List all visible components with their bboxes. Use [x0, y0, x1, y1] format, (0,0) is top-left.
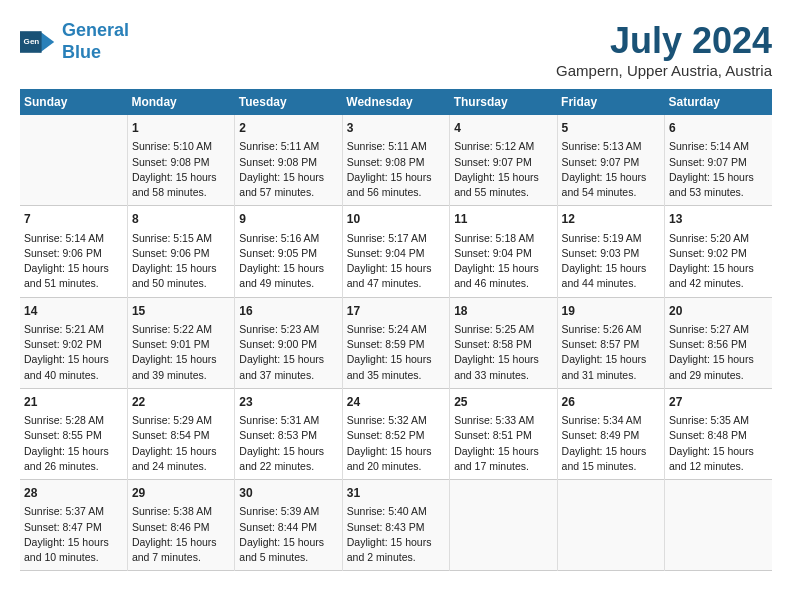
header-cell-tuesday: Tuesday	[235, 89, 342, 115]
day-info: Sunrise: 5:11 AM Sunset: 9:08 PM Dayligh…	[347, 139, 445, 200]
day-number: 14	[24, 303, 123, 320]
month-title: July 2024	[556, 20, 772, 62]
day-number: 5	[562, 120, 660, 137]
page-header: Gen General Blue July 2024 Gampern, Uppe…	[20, 20, 772, 79]
header-cell-friday: Friday	[557, 89, 664, 115]
day-info: Sunrise: 5:38 AM Sunset: 8:46 PM Dayligh…	[132, 504, 230, 565]
calendar-cell: 31Sunrise: 5:40 AM Sunset: 8:43 PM Dayli…	[342, 480, 449, 571]
day-info: Sunrise: 5:10 AM Sunset: 9:08 PM Dayligh…	[132, 139, 230, 200]
day-info: Sunrise: 5:26 AM Sunset: 8:57 PM Dayligh…	[562, 322, 660, 383]
day-info: Sunrise: 5:31 AM Sunset: 8:53 PM Dayligh…	[239, 413, 337, 474]
calendar-cell: 9Sunrise: 5:16 AM Sunset: 9:05 PM Daylig…	[235, 206, 342, 297]
calendar-cell: 7Sunrise: 5:14 AM Sunset: 9:06 PM Daylig…	[20, 206, 127, 297]
day-number: 11	[454, 211, 552, 228]
header-cell-wednesday: Wednesday	[342, 89, 449, 115]
day-info: Sunrise: 5:11 AM Sunset: 9:08 PM Dayligh…	[239, 139, 337, 200]
logo-name-bottom: Blue	[62, 42, 129, 64]
calendar-cell: 25Sunrise: 5:33 AM Sunset: 8:51 PM Dayli…	[450, 388, 557, 479]
day-info: Sunrise: 5:14 AM Sunset: 9:07 PM Dayligh…	[669, 139, 768, 200]
calendar-cell: 4Sunrise: 5:12 AM Sunset: 9:07 PM Daylig…	[450, 115, 557, 206]
day-number: 12	[562, 211, 660, 228]
logo-name-top: General	[62, 20, 129, 42]
header-cell-saturday: Saturday	[665, 89, 772, 115]
day-number: 6	[669, 120, 768, 137]
calendar-cell: 12Sunrise: 5:19 AM Sunset: 9:03 PM Dayli…	[557, 206, 664, 297]
logo-icon: Gen	[20, 24, 56, 60]
day-number: 13	[669, 211, 768, 228]
calendar-cell: 3Sunrise: 5:11 AM Sunset: 9:08 PM Daylig…	[342, 115, 449, 206]
day-number: 24	[347, 394, 445, 411]
day-number: 1	[132, 120, 230, 137]
day-number: 4	[454, 120, 552, 137]
header-cell-monday: Monday	[127, 89, 234, 115]
day-info: Sunrise: 5:13 AM Sunset: 9:07 PM Dayligh…	[562, 139, 660, 200]
day-number: 26	[562, 394, 660, 411]
calendar-cell: 1Sunrise: 5:10 AM Sunset: 9:08 PM Daylig…	[127, 115, 234, 206]
calendar-table: SundayMondayTuesdayWednesdayThursdayFrid…	[20, 89, 772, 571]
day-info: Sunrise: 5:34 AM Sunset: 8:49 PM Dayligh…	[562, 413, 660, 474]
calendar-cell: 27Sunrise: 5:35 AM Sunset: 8:48 PM Dayli…	[665, 388, 772, 479]
day-number: 29	[132, 485, 230, 502]
day-number: 2	[239, 120, 337, 137]
day-info: Sunrise: 5:18 AM Sunset: 9:04 PM Dayligh…	[454, 231, 552, 292]
day-info: Sunrise: 5:19 AM Sunset: 9:03 PM Dayligh…	[562, 231, 660, 292]
calendar-cell: 20Sunrise: 5:27 AM Sunset: 8:56 PM Dayli…	[665, 297, 772, 388]
calendar-cell: 8Sunrise: 5:15 AM Sunset: 9:06 PM Daylig…	[127, 206, 234, 297]
calendar-cell: 28Sunrise: 5:37 AM Sunset: 8:47 PM Dayli…	[20, 480, 127, 571]
calendar-cell: 14Sunrise: 5:21 AM Sunset: 9:02 PM Dayli…	[20, 297, 127, 388]
day-info: Sunrise: 5:28 AM Sunset: 8:55 PM Dayligh…	[24, 413, 123, 474]
day-info: Sunrise: 5:35 AM Sunset: 8:48 PM Dayligh…	[669, 413, 768, 474]
calendar-cell	[20, 115, 127, 206]
day-info: Sunrise: 5:33 AM Sunset: 8:51 PM Dayligh…	[454, 413, 552, 474]
day-number: 19	[562, 303, 660, 320]
day-info: Sunrise: 5:40 AM Sunset: 8:43 PM Dayligh…	[347, 504, 445, 565]
day-number: 16	[239, 303, 337, 320]
day-info: Sunrise: 5:21 AM Sunset: 9:02 PM Dayligh…	[24, 322, 123, 383]
calendar-cell: 22Sunrise: 5:29 AM Sunset: 8:54 PM Dayli…	[127, 388, 234, 479]
calendar-cell: 19Sunrise: 5:26 AM Sunset: 8:57 PM Dayli…	[557, 297, 664, 388]
day-number: 31	[347, 485, 445, 502]
day-info: Sunrise: 5:27 AM Sunset: 8:56 PM Dayligh…	[669, 322, 768, 383]
day-number: 15	[132, 303, 230, 320]
calendar-cell: 16Sunrise: 5:23 AM Sunset: 9:00 PM Dayli…	[235, 297, 342, 388]
svg-text:Gen: Gen	[24, 36, 40, 45]
calendar-cell: 6Sunrise: 5:14 AM Sunset: 9:07 PM Daylig…	[665, 115, 772, 206]
title-block: July 2024 Gampern, Upper Austria, Austri…	[556, 20, 772, 79]
day-info: Sunrise: 5:14 AM Sunset: 9:06 PM Dayligh…	[24, 231, 123, 292]
day-number: 10	[347, 211, 445, 228]
day-number: 28	[24, 485, 123, 502]
calendar-cell	[450, 480, 557, 571]
day-number: 23	[239, 394, 337, 411]
day-number: 9	[239, 211, 337, 228]
calendar-cell: 30Sunrise: 5:39 AM Sunset: 8:44 PM Dayli…	[235, 480, 342, 571]
day-number: 30	[239, 485, 337, 502]
week-row-4: 21Sunrise: 5:28 AM Sunset: 8:55 PM Dayli…	[20, 388, 772, 479]
week-row-2: 7Sunrise: 5:14 AM Sunset: 9:06 PM Daylig…	[20, 206, 772, 297]
day-info: Sunrise: 5:39 AM Sunset: 8:44 PM Dayligh…	[239, 504, 337, 565]
calendar-cell	[557, 480, 664, 571]
calendar-cell: 13Sunrise: 5:20 AM Sunset: 9:02 PM Dayli…	[665, 206, 772, 297]
day-number: 22	[132, 394, 230, 411]
week-row-1: 1Sunrise: 5:10 AM Sunset: 9:08 PM Daylig…	[20, 115, 772, 206]
calendar-cell: 17Sunrise: 5:24 AM Sunset: 8:59 PM Dayli…	[342, 297, 449, 388]
day-number: 3	[347, 120, 445, 137]
header-cell-thursday: Thursday	[450, 89, 557, 115]
calendar-cell: 21Sunrise: 5:28 AM Sunset: 8:55 PM Dayli…	[20, 388, 127, 479]
day-info: Sunrise: 5:32 AM Sunset: 8:52 PM Dayligh…	[347, 413, 445, 474]
day-number: 18	[454, 303, 552, 320]
day-info: Sunrise: 5:24 AM Sunset: 8:59 PM Dayligh…	[347, 322, 445, 383]
calendar-cell: 10Sunrise: 5:17 AM Sunset: 9:04 PM Dayli…	[342, 206, 449, 297]
calendar-cell: 18Sunrise: 5:25 AM Sunset: 8:58 PM Dayli…	[450, 297, 557, 388]
day-number: 25	[454, 394, 552, 411]
day-info: Sunrise: 5:29 AM Sunset: 8:54 PM Dayligh…	[132, 413, 230, 474]
day-info: Sunrise: 5:25 AM Sunset: 8:58 PM Dayligh…	[454, 322, 552, 383]
calendar-cell: 24Sunrise: 5:32 AM Sunset: 8:52 PM Dayli…	[342, 388, 449, 479]
day-number: 21	[24, 394, 123, 411]
day-number: 27	[669, 394, 768, 411]
calendar-cell: 29Sunrise: 5:38 AM Sunset: 8:46 PM Dayli…	[127, 480, 234, 571]
day-info: Sunrise: 5:20 AM Sunset: 9:02 PM Dayligh…	[669, 231, 768, 292]
day-number: 8	[132, 211, 230, 228]
calendar-body: 1Sunrise: 5:10 AM Sunset: 9:08 PM Daylig…	[20, 115, 772, 571]
calendar-cell: 5Sunrise: 5:13 AM Sunset: 9:07 PM Daylig…	[557, 115, 664, 206]
calendar-cell: 11Sunrise: 5:18 AM Sunset: 9:04 PM Dayli…	[450, 206, 557, 297]
